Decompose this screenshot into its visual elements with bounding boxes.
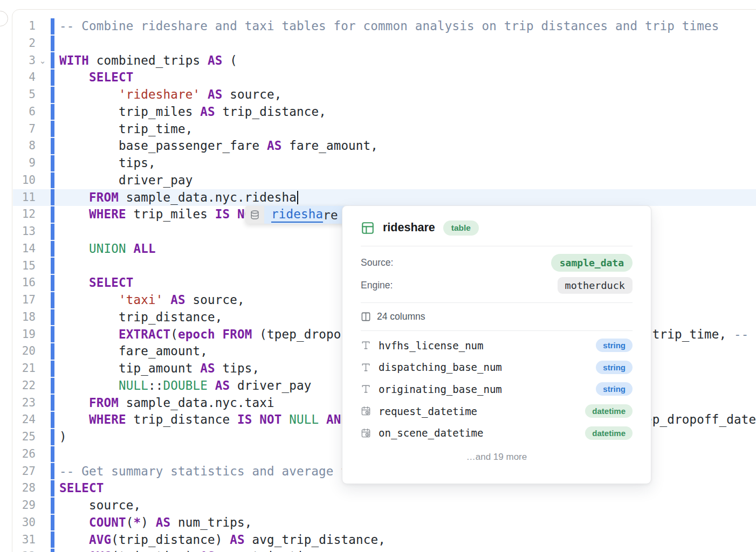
line-number[interactable]: 28 — [0, 480, 36, 497]
code-token — [59, 378, 119, 392]
code-line[interactable]: AVG(trip_time) AS avg_trip_time, — [59, 548, 756, 552]
gutter-row: 11 — [0, 189, 54, 206]
calendar-clock-icon — [361, 406, 371, 416]
code-line[interactable]: trip_miles AS trip_distance, — [59, 104, 756, 121]
code-token — [59, 533, 89, 547]
line-number[interactable]: 13 — [0, 223, 36, 240]
line-number[interactable]: 31 — [0, 532, 36, 549]
table-icon — [361, 221, 375, 235]
gutter-row: 21 — [0, 360, 54, 377]
code-token — [59, 293, 119, 307]
code-line[interactable]: source, — [59, 497, 756, 514]
line-number[interactable]: 9 — [0, 155, 36, 172]
code-token: NOT — [259, 412, 281, 426]
autocomplete-item-rideshare[interactable]: rideshare — [264, 206, 347, 224]
line-number[interactable]: 6 — [0, 104, 36, 121]
calendar-clock-icon — [361, 428, 371, 438]
code-token — [215, 327, 223, 341]
line-number[interactable]: 4 — [0, 69, 36, 86]
code-line[interactable]: 'rideshare' AS source, — [59, 86, 756, 104]
line-number[interactable]: 11 — [0, 189, 36, 206]
line-number[interactable]: 1 — [0, 18, 36, 35]
code-line[interactable]: driver_pay — [59, 172, 756, 189]
gutter-row: 17 — [0, 292, 54, 309]
line-number[interactable]: 2 — [0, 35, 36, 52]
line-number[interactable]: 18 — [0, 309, 36, 326]
gutter-row: 32 — [0, 548, 54, 552]
code-token: AS — [208, 87, 223, 101]
line-number[interactable]: 25 — [0, 429, 36, 446]
line-number[interactable]: 24 — [0, 411, 36, 429]
columns-list: hvfhs_license_numstringdispatching_base_… — [342, 331, 651, 445]
column-row[interactable]: on_scene_datetimedatetime — [361, 422, 633, 444]
gutter-row: 31 — [0, 532, 54, 549]
line-number[interactable]: 23 — [0, 395, 36, 412]
line-number[interactable]: 26 — [0, 446, 36, 463]
code-token — [200, 87, 208, 101]
line-number[interactable]: 30 — [0, 514, 36, 532]
gutter-row: 5 — [0, 86, 54, 104]
code-token: DOUBLE — [163, 378, 207, 392]
column-type-badge: string — [596, 339, 633, 352]
line-number[interactable]: 14 — [0, 240, 36, 258]
line-number[interactable]: 8 — [0, 137, 36, 155]
code-token: AVG — [89, 549, 111, 552]
code-line[interactable]: COUNT(*) AS num_trips, — [59, 514, 756, 532]
gutter-row: 27 — [0, 463, 54, 480]
code-line[interactable]: tips, — [59, 155, 756, 172]
code-token: (trip_time) — [111, 549, 200, 552]
code-token: trip_miles — [126, 207, 215, 221]
line-number[interactable]: 3 — [0, 52, 36, 70]
line-number[interactable]: 7 — [0, 121, 36, 138]
code-token: WHERE — [89, 412, 126, 426]
line-number[interactable]: 5 — [0, 86, 36, 104]
meta-label: Engine: — [361, 280, 393, 291]
code-token: SELECT — [89, 70, 133, 84]
code-token — [126, 242, 134, 256]
gutter: 123⌄456789101112131415161718192021222324… — [0, 18, 54, 552]
line-number[interactable]: 27 — [0, 463, 36, 480]
line-number[interactable]: 32 — [0, 548, 36, 552]
line-number[interactable]: 15 — [0, 258, 36, 275]
column-row[interactable]: request_datetimedatetime — [361, 400, 633, 422]
code-token: driver_pay — [230, 378, 311, 392]
meta-row: Engine:motherduck — [361, 274, 633, 297]
line-number[interactable]: 22 — [0, 377, 36, 395]
gutter-row: 9 — [0, 155, 54, 172]
columns-icon — [361, 312, 371, 322]
column-row[interactable]: originating_base_numstring — [361, 378, 633, 401]
fold-chevron-icon[interactable]: ⌄ — [36, 52, 50, 70]
line-number[interactable]: 17 — [0, 292, 36, 309]
line-number[interactable]: 19 — [0, 326, 36, 343]
gutter-row: 23 — [0, 395, 54, 412]
code-token: (trip_distance) — [111, 533, 230, 547]
code-token — [252, 412, 259, 426]
code-line[interactable]: -- Combine rideshare and taxi tables for… — [59, 18, 756, 35]
line-number[interactable]: 29 — [0, 497, 36, 514]
code-token: AS — [200, 361, 215, 375]
code-token: * — [133, 515, 141, 529]
gutter-row: 18 — [0, 309, 54, 326]
table-type-badge: table — [443, 220, 479, 236]
code-token: AS — [200, 549, 215, 552]
code-line[interactable]: FROM sample_data.nyc.ridesha — [59, 189, 756, 206]
code-line[interactable]: trip_time, — [59, 121, 756, 138]
gutter-row: 26 — [0, 446, 54, 463]
line-number[interactable]: 21 — [0, 360, 36, 377]
line-number[interactable]: 20 — [0, 343, 36, 360]
code-line[interactable]: AVG(trip_distance) AS avg_trip_distance, — [59, 532, 756, 549]
code-line[interactable] — [59, 35, 756, 52]
code-line[interactable]: base_passenger_fare AS fare_amount, — [59, 137, 756, 155]
code-token: ( — [126, 515, 134, 529]
column-row[interactable]: dispatching_base_numstring — [361, 356, 633, 378]
meta-row: Source:sample_data — [361, 252, 633, 274]
type-icon — [361, 362, 371, 372]
gutter-row: 4 — [0, 69, 54, 86]
line-number[interactable]: 16 — [0, 274, 36, 292]
column-row[interactable]: hvfhs_license_numstring — [361, 335, 633, 357]
line-number[interactable]: 10 — [0, 172, 36, 189]
code-token: fare_amount, — [281, 139, 378, 153]
line-number[interactable]: 12 — [0, 206, 36, 223]
code-line[interactable]: SELECT — [59, 69, 756, 86]
code-line[interactable]: WITH combined_trips AS ( — [59, 52, 756, 70]
